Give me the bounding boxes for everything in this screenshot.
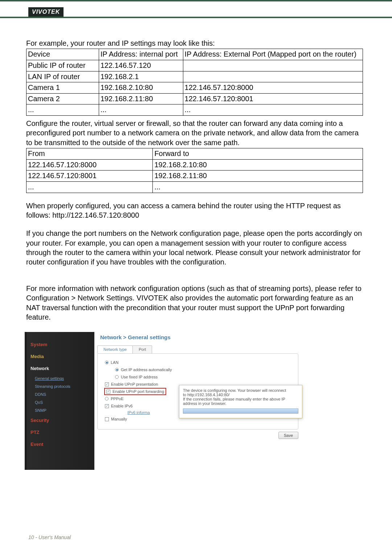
checkbox-manually[interactable] (105, 417, 109, 421)
table-header-row: Device IP Address: internal port IP Addr… (26, 49, 363, 60)
col-device: Device (26, 49, 99, 60)
sidebar-sub-general[interactable]: General settings (27, 374, 94, 382)
sidebar-sub-streaming[interactable]: Streaming protocols (27, 382, 94, 390)
tab-port[interactable]: Port (132, 345, 152, 353)
sidebar-item-event[interactable]: Event (27, 438, 94, 450)
table-row: Camera 2192.168.2.11:80122.146.57.120:80… (26, 93, 363, 104)
radio-fixed-ip-label: Use fixed IP address (121, 375, 158, 379)
intro-text: For example, your router and IP settings… (26, 38, 363, 48)
tab-network-type[interactable]: Network type (97, 345, 133, 353)
col-internal: IP Address: internal port (99, 49, 183, 60)
radio-pppoe-label: PPPoE (111, 397, 123, 401)
paragraph-more-info: For more information with network config… (26, 284, 363, 322)
checkbox-upnp-forwarding[interactable] (106, 390, 110, 394)
radio-pppoe[interactable] (105, 397, 109, 401)
popup-line: If the connection fails, please manually… (183, 397, 298, 401)
radio-auto-ip[interactable] (115, 368, 119, 372)
table-row: 122.146.57.120:8000192.168.2.10:80 (26, 159, 363, 171)
sidebar-sub-ddns[interactable]: DDNS (27, 390, 94, 398)
popup-line: to http://192.168.4.140:80/ (183, 393, 298, 397)
table-row: ...... (26, 181, 363, 193)
checkbox-ipv6[interactable] (105, 404, 109, 408)
settings-sidebar: System Media Network General settings St… (27, 332, 94, 470)
table-row: ......... (26, 104, 363, 116)
checkbox-manually-label: Manually (111, 417, 127, 421)
sidebar-item-network[interactable]: Network (27, 362, 94, 374)
page-footer: 10 - User's Manual (28, 534, 71, 540)
tab-panel-network-type: LAN Get IP address automatically Use fix… (97, 353, 298, 430)
ip-settings-table: Device IP Address: internal port IP Addr… (26, 49, 363, 116)
sidebar-sub-qos[interactable]: QoS (27, 398, 94, 406)
progress-bar (183, 409, 298, 414)
table-header-row: From Forward to (26, 148, 363, 160)
sidebar-item-ptz[interactable]: PTZ (27, 426, 94, 438)
sidebar-sub-snmp[interactable]: SNMP (27, 406, 94, 414)
sidebar-item-security[interactable]: Security (27, 414, 94, 426)
sidebar-item-system[interactable]: System (27, 338, 94, 350)
sidebar-item-media[interactable]: Media (27, 350, 94, 362)
paragraph-port-note: If you change the port numbers on the Ne… (26, 229, 363, 267)
link-ipv6-info[interactable]: IPv6 informa (127, 410, 150, 415)
paragraph-access-url: When properly configured, you can access… (26, 201, 363, 220)
radio-lan-label: LAN (111, 360, 118, 365)
col-forward-to: Forward to (153, 148, 363, 160)
checkbox-upnp-presentation[interactable] (105, 382, 109, 386)
paragraph-configure-router: Configure the router, virtual server or … (26, 119, 363, 147)
breadcrumb: Network > General settings (95, 332, 305, 345)
col-from: From (26, 148, 153, 160)
popup-line: address in your browser. (183, 401, 298, 406)
checkbox-upnp-presentation-label: Enable UPnP presentation (111, 382, 158, 386)
popup-line: The device is configuring now. Your brow… (183, 388, 298, 393)
radio-lan[interactable] (105, 361, 109, 364)
checkbox-upnp-forwarding-label: Enable UPnP port forwarding (113, 389, 164, 394)
table-row: 122.146.57.120:8001192.168.2.11:80 (26, 171, 363, 182)
col-external: IP Address: External Port (Mapped port o… (183, 49, 363, 60)
radio-fixed-ip[interactable] (115, 375, 119, 379)
radio-auto-ip-label: Get IP address automatically (121, 368, 172, 372)
network-settings-screenshot: System Media Network General settings St… (25, 332, 311, 470)
save-button[interactable]: Save (278, 432, 298, 439)
brand-logo: VIVOTEK (28, 7, 64, 17)
table-row: LAN IP of router192.168.2.1 (26, 71, 363, 82)
table-row: Camera 1192.168.2.10:80122.146.57.120:80… (26, 82, 363, 94)
checkbox-ipv6-label: Enable IPv6 (111, 404, 132, 408)
reconnect-popup: The device is configuring now. Your brow… (179, 385, 302, 418)
forwarding-table: From Forward to 122.146.57.120:8000192.1… (26, 148, 363, 193)
table-row: Public IP of router122.146.57.120 (26, 60, 363, 71)
